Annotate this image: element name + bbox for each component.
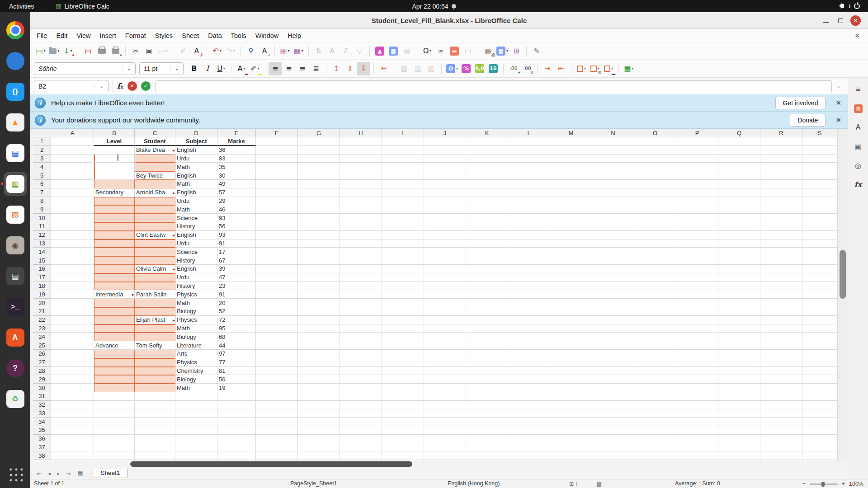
cell-R21[interactable]	[760, 307, 802, 316]
dropdown-arrow-icon[interactable]: ▾	[302, 49, 303, 53]
cell-B21[interactable]	[94, 307, 135, 316]
add-sheet-icon[interactable]: ▦	[74, 470, 86, 477]
cell-H10[interactable]	[340, 214, 382, 222]
cell-N34[interactable]	[592, 418, 634, 426]
cell-L5[interactable]	[508, 171, 550, 180]
cell-J2[interactable]	[424, 146, 466, 155]
cell-F3[interactable]	[256, 155, 298, 163]
cell-O6[interactable]	[634, 180, 676, 188]
cell-S4[interactable]	[802, 163, 837, 171]
cell-B9[interactable]	[94, 205, 135, 214]
cell-N37[interactable]	[592, 443, 634, 452]
cell-I37[interactable]	[382, 443, 424, 452]
cell-E29[interactable]: 56	[217, 375, 256, 384]
cell-B17[interactable]	[94, 273, 135, 282]
cell-I28[interactable]	[382, 367, 424, 375]
cell-R18[interactable]	[760, 282, 802, 291]
cell-L22[interactable]	[508, 316, 550, 324]
cell-M36[interactable]	[550, 435, 592, 443]
cell-R6[interactable]	[760, 180, 802, 188]
cell-A32[interactable]	[51, 401, 94, 409]
cell-M11[interactable]	[550, 222, 592, 231]
cell-P30[interactable]	[676, 384, 718, 392]
cell-J13[interactable]	[424, 239, 466, 248]
cell-H30[interactable]	[340, 384, 382, 392]
cell-C21[interactable]	[135, 307, 175, 316]
cell-E36[interactable]	[217, 435, 256, 443]
cell-P4[interactable]	[676, 163, 718, 171]
cell-B26[interactable]	[94, 350, 135, 358]
close-button[interactable]: ✕	[850, 15, 861, 26]
cell-C25[interactable]: Tom Softy	[135, 341, 175, 350]
cell-A20[interactable]	[51, 299, 94, 307]
cell-M18[interactable]	[550, 282, 592, 291]
cell-P20[interactable]	[676, 299, 718, 307]
cell-D38[interactable]	[175, 451, 217, 460]
cell-J17[interactable]	[424, 273, 466, 282]
cell-S20[interactable]	[802, 299, 837, 307]
cell-Q23[interactable]	[718, 324, 760, 333]
cell-F31[interactable]	[256, 392, 298, 401]
cell-J12[interactable]	[424, 231, 466, 239]
date-format-button[interactable]: 15	[486, 62, 500, 75]
cell-P18[interactable]	[676, 282, 718, 291]
cell-S9[interactable]	[802, 205, 837, 214]
cell-O2[interactable]	[634, 146, 676, 155]
row-header-10[interactable]: 10	[33, 214, 51, 222]
cell-B24[interactable]	[94, 333, 135, 341]
cell-N35[interactable]	[592, 426, 634, 435]
row-header-35[interactable]: 35	[33, 426, 51, 435]
chrome-dock-item[interactable]	[4, 19, 27, 42]
cell-S23[interactable]	[802, 324, 837, 333]
cell-L14[interactable]	[508, 248, 550, 256]
cell-J14[interactable]	[424, 248, 466, 256]
cell-D36[interactable]	[175, 435, 217, 443]
cell-G24[interactable]	[298, 333, 340, 341]
cell-M5[interactable]	[550, 171, 592, 180]
cell-E27[interactable]: 77	[217, 358, 256, 367]
cell-R15[interactable]	[760, 256, 802, 265]
font-name-combobox[interactable]: Söhne ⌄	[34, 62, 136, 75]
cell-S19[interactable]	[802, 290, 837, 299]
cell-O13[interactable]	[634, 239, 676, 248]
cell-N15[interactable]	[592, 256, 634, 265]
cell-K5[interactable]	[466, 171, 508, 180]
cell-R24[interactable]	[760, 333, 802, 341]
column-header-A[interactable]: A	[51, 129, 94, 137]
cell-L7[interactable]	[508, 188, 550, 197]
cell-Q21[interactable]	[718, 307, 760, 316]
cell-P15[interactable]	[676, 256, 718, 265]
terminal-dock-item[interactable]: >_	[4, 295, 27, 319]
cell-K6[interactable]	[466, 180, 508, 188]
cell-J19[interactable]	[424, 290, 466, 299]
styles-sidebar-button[interactable]: A	[851, 120, 865, 135]
cell-D26[interactable]: Arts	[175, 350, 217, 358]
cell-K31[interactable]	[466, 392, 508, 401]
cell-G30[interactable]	[298, 384, 340, 392]
cell-O32[interactable]	[634, 401, 676, 409]
cell-Q20[interactable]	[718, 299, 760, 307]
cell-H25[interactable]	[340, 341, 382, 350]
cell-K18[interactable]	[466, 282, 508, 291]
cell-O4[interactable]	[634, 163, 676, 171]
cell-R19[interactable]	[760, 290, 802, 299]
cell-H31[interactable]	[340, 392, 382, 401]
cell-J1[interactable]	[424, 137, 466, 146]
cell-I33[interactable]	[382, 409, 424, 418]
cell-C12[interactable]: Clint Eastw▸	[135, 231, 175, 239]
cell-K17[interactable]	[466, 273, 508, 282]
cell-O33[interactable]	[634, 409, 676, 418]
cell-D37[interactable]	[175, 443, 217, 452]
cell-E8[interactable]: 29	[217, 197, 256, 206]
row-header-18[interactable]: 18	[33, 282, 51, 291]
row-header-27[interactable]: 27	[33, 358, 51, 367]
cell-L33[interactable]	[508, 409, 550, 418]
window-titlebar[interactable]: Student_Level_Fill_Blank.xlsx - LibreOff…	[30, 12, 868, 29]
cell-I17[interactable]	[382, 273, 424, 282]
cell-L23[interactable]	[508, 324, 550, 333]
cell-C32[interactable]	[135, 401, 175, 409]
cell-I6[interactable]	[382, 180, 424, 188]
cell-E33[interactable]	[217, 409, 256, 418]
row-header-30[interactable]: 30	[33, 384, 51, 392]
print-area-button[interactable]: ▦⎙	[481, 44, 495, 58]
